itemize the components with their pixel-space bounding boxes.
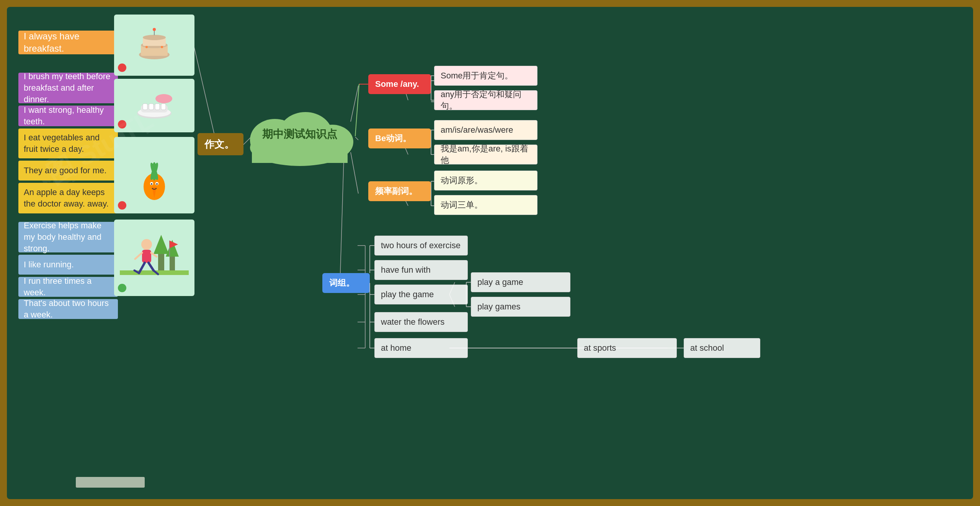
image-breakfast xyxy=(114,15,194,76)
vocab-water-flowers: water the flowers xyxy=(374,312,468,332)
vocab-play-the-game: play the game xyxy=(374,285,468,304)
leaf-some-affirmative: Some用于肯定句。 xyxy=(434,66,537,86)
branch-some-any: Some /any. xyxy=(368,74,431,94)
composition-node: 作文。 xyxy=(198,133,243,155)
sub-vocab-play-a-game: play a game xyxy=(471,272,570,292)
svg-rect-36 xyxy=(143,104,147,110)
leaf-be-usage: 我是am,你是are, is跟着他 xyxy=(434,145,537,164)
cake-icon xyxy=(135,26,173,64)
image-vegetable xyxy=(114,137,194,213)
svg-point-50 xyxy=(151,183,152,185)
running-icon xyxy=(120,229,189,286)
svg-point-51 xyxy=(156,183,158,185)
svg-rect-58 xyxy=(142,250,151,263)
svg-rect-54 xyxy=(170,256,175,271)
svg-line-6 xyxy=(340,160,344,285)
card-good-for-me: They are good for me. xyxy=(18,161,118,181)
svg-point-57 xyxy=(141,239,152,250)
sub-vocab-at-school: at school xyxy=(684,338,760,358)
card-brush-teeth: I brush my teeth before breakfast and af… xyxy=(18,73,118,103)
teeth-icon xyxy=(131,90,177,121)
chalk-eraser xyxy=(76,477,145,488)
card-exercise-healthy: Exercise helps make my body healthy and … xyxy=(18,222,118,252)
svg-marker-53 xyxy=(154,235,169,254)
sub-vocab-play-games: play games xyxy=(471,297,570,317)
card-run-three-times: I run three times a week. xyxy=(18,277,118,297)
svg-point-30 xyxy=(153,28,156,31)
card-two-hours: That's about two hours a week. xyxy=(18,299,118,319)
card-eat-vegetables: I eat vegetables and fruit twice a day. xyxy=(18,129,118,158)
dot4 xyxy=(118,284,126,292)
svg-point-31 xyxy=(145,46,148,48)
svg-line-73 xyxy=(355,84,359,136)
sub-vocab-at-sports: at sports xyxy=(577,338,677,358)
svg-rect-52 xyxy=(158,252,164,271)
svg-line-63 xyxy=(135,253,142,259)
branch-be-verb: Be动词。 xyxy=(368,129,431,148)
carrot-icon xyxy=(135,148,173,202)
card-apple-day: An apple a day keeps the doctor away. aw… xyxy=(18,183,118,213)
card-always-breakfast: I always have breakfast. xyxy=(18,31,118,54)
card-like-running: I like running. xyxy=(18,255,118,275)
dot2 xyxy=(118,120,126,129)
vocab-at-home: at home xyxy=(374,338,468,358)
svg-rect-39 xyxy=(161,104,166,110)
leaf-verb-3rd: 动词三单。 xyxy=(434,195,537,215)
svg-line-60 xyxy=(149,263,154,270)
svg-rect-71 xyxy=(252,140,348,163)
dot1 xyxy=(118,63,126,72)
svg-rect-38 xyxy=(155,104,160,110)
image-running xyxy=(114,220,194,296)
card-want-strong: I want strong, healthy teeth. xyxy=(18,106,118,126)
cloud-node: 期中测试知识点 xyxy=(244,102,355,167)
svg-rect-37 xyxy=(149,104,154,110)
blackboard: 图 Stu TL xyxy=(7,7,973,499)
vocab-have-fun: have fun with xyxy=(374,260,468,280)
leaf-verb-base: 动词原形。 xyxy=(434,171,537,190)
leaf-any-negative: any用于否定句和疑问句。 xyxy=(434,90,537,110)
branch-freq-adv: 频率副词。 xyxy=(368,181,431,201)
image-teeth xyxy=(114,79,194,132)
branch-vocab: 词组。 xyxy=(322,273,370,293)
leaf-be-forms: am/is/are/was/were xyxy=(434,120,537,140)
vocab-two-hours: two hours of exercise xyxy=(374,236,468,255)
svg-rect-41 xyxy=(156,96,172,102)
svg-point-32 xyxy=(161,46,163,48)
cloud-label: 期中测试知识点 xyxy=(262,127,337,142)
dot3 xyxy=(118,201,126,210)
svg-line-4 xyxy=(355,137,358,140)
svg-line-1 xyxy=(194,45,217,145)
svg-point-28 xyxy=(143,35,166,40)
